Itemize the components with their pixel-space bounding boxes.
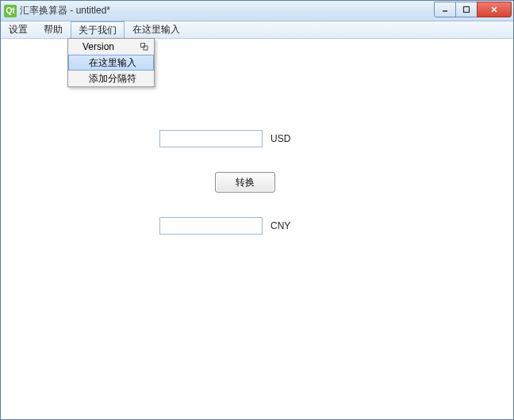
svg-rect-5 xyxy=(144,46,148,50)
minimize-button[interactable] xyxy=(434,2,456,17)
output-currency-label: CNY xyxy=(270,220,290,231)
convert-button[interactable]: 转换 xyxy=(215,172,275,193)
window-controls xyxy=(435,2,512,17)
maximize-button[interactable] xyxy=(455,2,478,17)
dropdown-item-version[interactable]: Version xyxy=(68,39,154,55)
dropdown-item-type-here[interactable]: 在这里输入 xyxy=(68,55,154,71)
dropdown-label: 添加分隔符 xyxy=(76,72,149,86)
window-title: 汇率换算器 - untitled* xyxy=(20,4,110,17)
close-button[interactable] xyxy=(477,2,512,17)
qt-icon: Qt xyxy=(4,5,17,17)
amount-input[interactable] xyxy=(159,130,263,147)
about-dropdown: Version 在这里输入 添加分隔符 xyxy=(67,38,155,87)
dropdown-label: 在这里输入 xyxy=(76,56,149,70)
output-row: CNY xyxy=(159,217,290,235)
dropdown-item-add-separator[interactable]: 添加分隔符 xyxy=(68,71,154,86)
menubar: 设置 帮助 关于我们 在这里输入 xyxy=(1,21,513,39)
app-window: Qt 汇率换算器 - untitled* 设置 帮助 关于我们 在这里输入 US… xyxy=(0,0,514,420)
result-input[interactable] xyxy=(159,217,263,235)
dropdown-label: Version xyxy=(76,41,140,52)
menu-help[interactable]: 帮助 xyxy=(36,21,71,38)
titlebar-left: Qt 汇率换算器 - untitled* xyxy=(4,4,110,17)
submenu-plus-icon xyxy=(140,42,149,52)
menu-about[interactable]: 关于我们 xyxy=(71,21,125,38)
input-currency-label: USD xyxy=(270,133,290,144)
form-canvas: USD 转换 CNY xyxy=(1,39,513,419)
svg-rect-1 xyxy=(464,6,470,12)
menu-type-here[interactable]: 在这里输入 xyxy=(125,21,188,38)
input-row: USD xyxy=(159,130,290,147)
titlebar: Qt 汇率换算器 - untitled* xyxy=(1,1,513,21)
svg-rect-4 xyxy=(141,44,145,48)
menu-settings[interactable]: 设置 xyxy=(1,21,36,38)
